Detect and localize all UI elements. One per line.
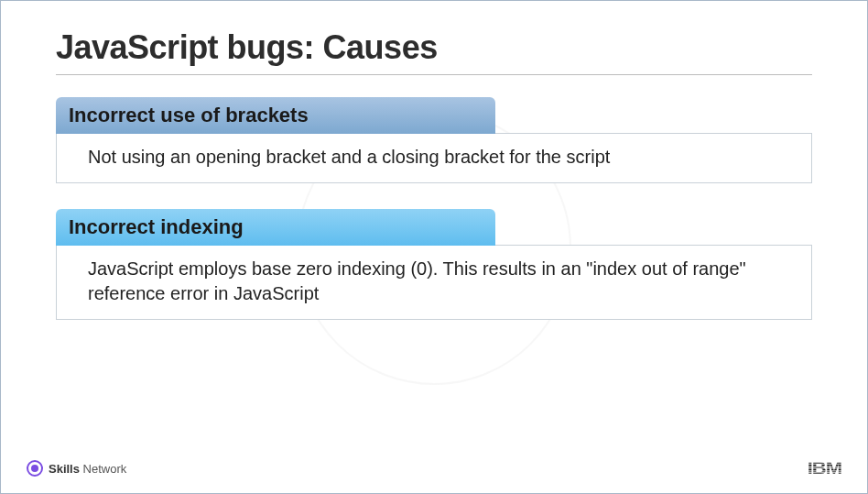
ibm-logo: IBM bbox=[808, 458, 841, 478]
footer: Skills Network IBM bbox=[1, 456, 867, 480]
cause-heading-2: Incorrect indexing bbox=[56, 209, 495, 246]
cause-body-wrap-2: JavaScript employs base zero indexing (0… bbox=[56, 245, 812, 320]
cause-body-1: Not using an opening bracket and a closi… bbox=[57, 134, 811, 182]
skills-network-icon bbox=[27, 460, 43, 477]
skills-network-logo: Skills Network bbox=[27, 460, 126, 477]
skills-network-text: Skills Network bbox=[49, 462, 126, 476]
cause-body-wrap-1: Not using an opening bracket and a closi… bbox=[56, 133, 812, 183]
slide-content: JavaScript bugs: Causes Incorrect use of… bbox=[1, 1, 867, 320]
cause-body-2: JavaScript employs base zero indexing (0… bbox=[57, 246, 811, 319]
cause-block-1: Incorrect use of brackets Not using an o… bbox=[56, 97, 812, 183]
cause-block-2: Incorrect indexing JavaScript employs ba… bbox=[56, 209, 812, 320]
cause-heading-1: Incorrect use of brackets bbox=[56, 97, 495, 134]
slide-title: JavaScript bugs: Causes bbox=[56, 28, 812, 75]
